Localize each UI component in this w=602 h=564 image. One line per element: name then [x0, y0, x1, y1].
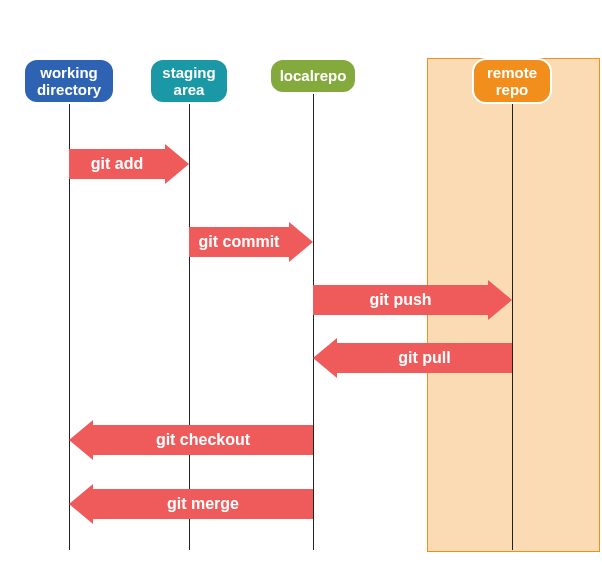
- arrow-left-icon: [69, 420, 93, 460]
- command-git-push: git push: [313, 280, 488, 320]
- command-label: git pull: [337, 343, 512, 373]
- location-staging: staging area: [149, 58, 229, 104]
- command-git-merge: git merge: [93, 484, 313, 524]
- location-working: working directory: [23, 58, 115, 104]
- command-git-checkout: git checkout: [93, 420, 313, 460]
- command-label: git checkout: [93, 425, 313, 455]
- arrow-right-icon: [289, 222, 313, 262]
- lifeline-remote: [512, 58, 513, 550]
- command-label: git push: [313, 285, 488, 315]
- command-git-commit: git commit: [189, 222, 289, 262]
- arrow-right-icon: [165, 144, 189, 184]
- command-git-pull: git pull: [337, 338, 512, 378]
- command-label: git commit: [189, 227, 289, 257]
- arrow-left-icon: [69, 484, 93, 524]
- lifeline-working: [69, 58, 70, 550]
- command-label: git merge: [93, 489, 313, 519]
- location-remote: remote repo: [472, 58, 552, 104]
- arrow-left-icon: [313, 338, 337, 378]
- arrow-right-icon: [488, 280, 512, 320]
- location-local: localrepo: [269, 58, 357, 94]
- lifeline-staging: [189, 58, 190, 550]
- command-git-add: git add: [69, 144, 165, 184]
- command-label: git add: [69, 149, 165, 179]
